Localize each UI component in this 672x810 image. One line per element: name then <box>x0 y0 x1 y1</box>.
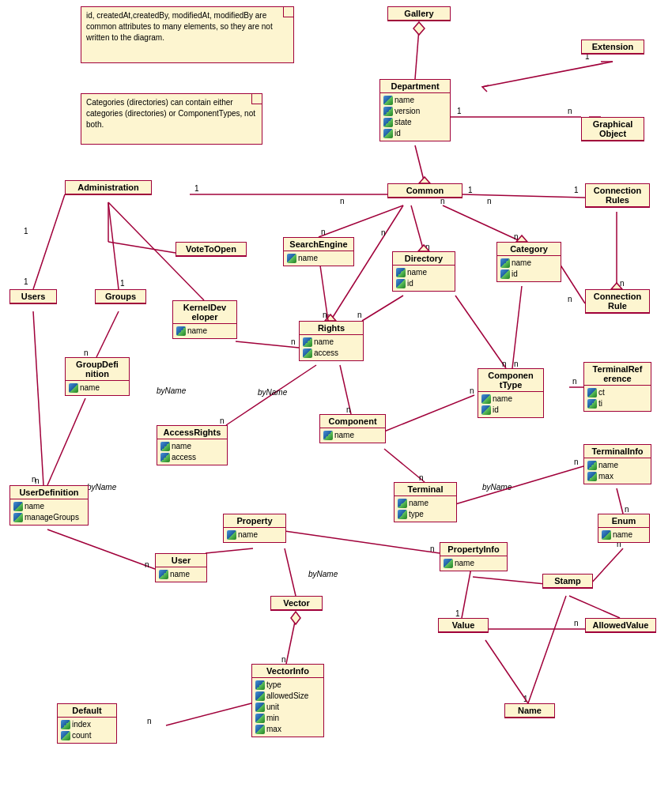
svg-text:n: n <box>425 243 430 251</box>
svg-text:1: 1 <box>120 279 125 288</box>
box-connection-rule: ConnectionRule <box>585 289 650 314</box>
svg-line-55 <box>96 311 119 357</box>
box-property-title: Property <box>224 514 285 528</box>
svg-text:n: n <box>574 619 579 627</box>
box-user-definition-body: name manageGroups <box>10 499 88 525</box>
box-group-definition-title: GroupDefinition <box>66 358 129 381</box>
svg-line-22 <box>411 205 424 251</box>
svg-text:byName: byName <box>87 483 117 492</box>
box-terminal-reference-title: TerminalReference <box>584 363 651 386</box>
attr-id: id <box>481 405 540 416</box>
box-gallery: Gallery <box>387 6 451 21</box>
svg-text:n: n <box>625 505 629 514</box>
attr-ct: ct <box>587 387 647 398</box>
box-kernel-developer-body: name <box>173 324 236 338</box>
box-directory-title: Category <box>497 243 561 256</box>
box-vector-info: VectorInfo type allowedSize unit min max <box>251 664 324 737</box>
box-extension-title: Extension <box>582 40 644 54</box>
box-terminal-title: Terminal <box>395 483 456 496</box>
box-directory-body: name id <box>497 256 561 281</box>
box-user-definition-title: UserDefinition <box>10 486 88 499</box>
attr-max: max <box>587 471 647 482</box>
svg-marker-92 <box>291 612 300 624</box>
svg-text:n: n <box>346 405 351 414</box>
box-component-type-title: ComponentType <box>478 369 543 392</box>
svg-text:1: 1 <box>455 609 460 618</box>
box-kernel-developer-title: KernelDeveloper <box>173 301 236 324</box>
svg-marker-11 <box>419 177 430 183</box>
box-allowed-value: AllowedValue <box>585 618 656 633</box>
attr-name: name <box>159 569 203 580</box>
box-extension: Extension <box>581 40 644 55</box>
box-gallery-title: Gallery <box>388 7 450 21</box>
attr-id: id <box>500 269 557 280</box>
svg-text:n: n <box>381 228 386 237</box>
box-category-body: name id <box>393 266 455 291</box>
svg-marker-1 <box>413 22 425 35</box>
svg-line-2 <box>482 62 613 87</box>
svg-text:byName: byName <box>482 483 512 492</box>
box-component-title: Component <box>320 415 385 428</box>
attr-id: id <box>396 278 451 289</box>
svg-line-33 <box>455 296 506 368</box>
attr-access: access <box>160 452 224 463</box>
svg-text:n: n <box>326 312 330 321</box>
box-component: Component name <box>319 414 386 443</box>
box-default: Default index count <box>57 703 117 744</box>
box-search-engine: SearchEngine name <box>283 237 354 266</box>
svg-text:1: 1 <box>24 227 28 235</box>
box-directory: Category name id <box>496 242 561 282</box>
svg-text:n: n <box>502 360 507 368</box>
box-value-title: Value <box>439 619 488 632</box>
box-user: User name <box>155 553 207 582</box>
svg-text:1: 1 <box>574 186 579 194</box>
box-common: Common <box>387 183 462 198</box>
svg-text:n: n <box>357 311 362 319</box>
box-default-body: index count <box>58 718 116 743</box>
svg-text:n: n <box>430 544 435 553</box>
attr-ti: ti <box>587 398 647 409</box>
attr-name: name <box>176 326 233 337</box>
svg-text:n: n <box>574 458 579 466</box>
box-enum: Enum name <box>598 514 650 543</box>
svg-line-20 <box>319 205 403 237</box>
svg-line-0 <box>415 28 419 79</box>
box-vector: Vector <box>270 596 323 611</box>
box-enum-title: Enum <box>598 514 649 528</box>
box-property: Property name <box>223 514 286 543</box>
box-value: Value <box>438 618 489 633</box>
svg-text:byName: byName <box>258 388 288 397</box>
svg-line-93 <box>166 703 251 725</box>
box-category-title: Directory <box>393 252 455 266</box>
svg-line-44 <box>236 341 299 348</box>
svg-line-83 <box>590 548 623 585</box>
svg-text:1: 1 <box>457 107 462 115</box>
svg-line-89 <box>285 548 296 596</box>
attr-name: name <box>287 253 350 264</box>
box-access-rights: AccessRights name access <box>157 425 228 465</box>
box-administration: Administration <box>65 180 152 195</box>
svg-text:n: n <box>620 279 625 288</box>
box-terminal-info-body: name max <box>584 458 651 484</box>
box-graphical-object: GraphicalObject <box>581 117 644 141</box>
svg-line-70 <box>340 365 351 414</box>
box-groups: Groups <box>95 289 146 304</box>
attr-unit: unit <box>255 702 320 713</box>
box-rights-body: name access <box>300 335 363 360</box>
svg-line-10 <box>415 145 425 183</box>
attr-name: name <box>481 394 540 405</box>
attr-count: count <box>61 730 113 741</box>
note-common-attrs: id, createdAt,createdBy, modifiedAt, mod… <box>81 6 294 63</box>
svg-line-57 <box>33 311 43 485</box>
svg-text:1: 1 <box>24 277 28 286</box>
svg-text:n: n <box>514 232 519 241</box>
attr-version: version <box>383 106 447 117</box>
svg-line-78 <box>285 531 440 553</box>
box-name-title: Name <box>505 704 554 718</box>
svg-text:n: n <box>568 107 572 115</box>
box-component-type: ComponentType name id <box>478 368 544 418</box>
box-connection-rules-title: ConnectionRules <box>586 184 649 207</box>
svg-line-59 <box>47 398 85 485</box>
box-vector-info-title: VectorInfo <box>252 665 323 678</box>
box-administration-title: Administration <box>66 181 151 194</box>
